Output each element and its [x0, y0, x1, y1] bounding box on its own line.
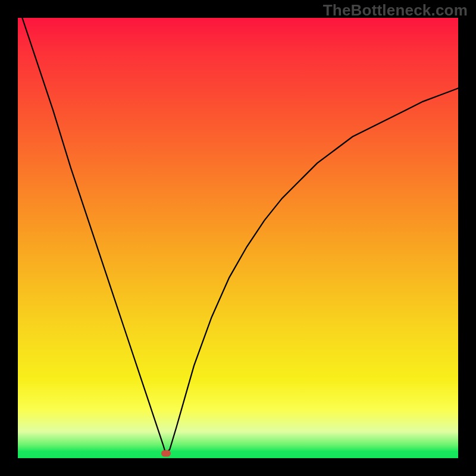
watermark-text: TheBottleneck.com	[323, 1, 468, 20]
bottleneck-curve	[18, 18, 458, 458]
plot-area	[18, 18, 458, 458]
chart-frame: TheBottleneck.com	[0, 0, 476, 476]
optimal-point-marker	[161, 450, 171, 457]
